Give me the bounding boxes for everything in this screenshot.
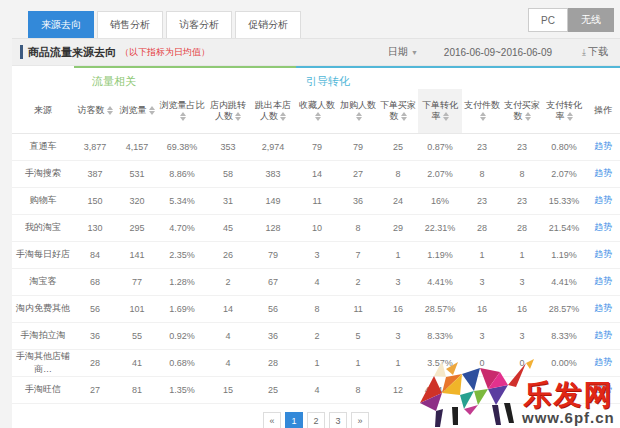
trend-link[interactable]: 趋势 (594, 384, 612, 394)
group-spacer (12, 67, 74, 89)
sort-icon[interactable] (443, 112, 449, 121)
cell-order-buyers: 3 (378, 322, 418, 349)
sort-icon[interactable] (149, 106, 155, 115)
column-header-paid-rate[interactable]: 支付转化率 (542, 89, 586, 133)
sort-icon[interactable] (401, 112, 407, 121)
cell-cart-adds: 2 (338, 268, 378, 295)
cell-paid-rate: 4.41% (542, 268, 586, 295)
column-header-pageviews[interactable]: 浏览量 (116, 89, 158, 133)
pagination: « 1 2 3 » (12, 412, 620, 428)
cell-bounce: 383 (250, 160, 296, 187)
cell-order-rate: 8.33% (418, 322, 462, 349)
column-header-visitors[interactable]: 访客数 (74, 89, 116, 133)
sort-icon[interactable] (356, 112, 362, 121)
pagination-next[interactable]: » (351, 412, 369, 428)
trend-link[interactable]: 趋势 (594, 330, 612, 340)
pagination-page-3[interactable]: 3 (329, 412, 347, 428)
cell-order-rate: 28.57% (418, 295, 462, 322)
cell-source: 手淘搜索 (12, 160, 74, 187)
group-action-spacer (586, 67, 620, 89)
cell-pv-ratio: 0.92% (158, 322, 206, 349)
cell-order-buyers: 25 (378, 133, 418, 160)
cell-paid-items: 8 (462, 160, 502, 187)
trend-link[interactable]: 趋势 (594, 303, 612, 313)
sort-icon[interactable] (525, 112, 531, 121)
column-header-cart-adds[interactable]: 加购人数 (338, 89, 378, 133)
cell-paid-items: 28 (462, 214, 502, 241)
cell-visitors: 84 (74, 241, 116, 268)
sort-icon[interactable] (280, 112, 286, 121)
cell-action: 趋势 (586, 160, 620, 187)
trend-link[interactable]: 趋势 (594, 141, 612, 151)
cell-pv-ratio: 0.68% (158, 349, 206, 376)
column-header-bounce[interactable]: 跳出本店人数 (250, 89, 296, 133)
trend-link[interactable]: 趋势 (594, 357, 612, 367)
pagination-prev[interactable]: « (263, 412, 281, 428)
sort-icon[interactable] (107, 106, 113, 115)
cell-paid-buyers: 8 (502, 160, 542, 187)
date-range-value[interactable]: 2016-06-09~2016-06-09 (444, 47, 552, 58)
cell-paid-buyers: 3 (502, 322, 542, 349)
table-row: 直通车3,8774,15769.38%3532,9747979250.87%23… (12, 133, 620, 160)
trend-link[interactable]: 趋势 (594, 195, 612, 205)
cell-cart-adds: 79 (338, 133, 378, 160)
cell-order-buyers: 16 (378, 295, 418, 322)
analytics-page: 来源去向 销售分析 访客分析 促销分析 PC 无线 商品流量来源去向 （以下指标… (12, 0, 620, 428)
trend-link[interactable]: 趋势 (594, 168, 612, 178)
column-header-paid-buyers[interactable]: 支付买家数 (502, 89, 542, 133)
download-icon: ⤓ (582, 47, 586, 57)
table-row: 手淘搜索3875318.86%58383142782.07%882.07%趋势 (12, 160, 620, 187)
tab-promotion-analysis[interactable]: 促销分析 (235, 11, 301, 38)
sort-icon[interactable] (567, 112, 573, 121)
trend-link[interactable]: 趋势 (594, 249, 612, 259)
sort-icon[interactable] (315, 112, 321, 121)
group-guided-conversion: 引导转化 (296, 67, 586, 89)
traffic-table-panel: 流量相关 引导转化 来源访客数浏览量浏览量占比店内跳转人数跳出本店人数收藏人数加… (12, 66, 620, 428)
wireless-toggle-button[interactable]: 无线 (568, 8, 614, 32)
cell-paid-buyers (502, 376, 542, 403)
download-button[interactable]: ⤓下载 (582, 45, 608, 59)
column-label: 支付转化率 (546, 100, 582, 121)
column-header-store-jump[interactable]: 店内跳转人数 (206, 89, 250, 133)
cell-paid-items: 3 (462, 268, 502, 295)
pc-toggle-button[interactable]: PC (528, 8, 568, 32)
column-header-paid-items[interactable]: 支付件数 (462, 89, 502, 133)
cell-pageviews: 531 (116, 160, 158, 187)
table-row: 购物车1503205.34%3114911362416%232315.33%趋势 (12, 187, 620, 214)
pagination-page-2[interactable]: 2 (307, 412, 325, 428)
cell-bounce: 2,974 (250, 133, 296, 160)
cell-bounce: 25 (250, 376, 296, 403)
column-header-order-rate[interactable]: 下单转化率 (418, 89, 462, 133)
tab-visitor-analysis[interactable]: 访客分析 (166, 11, 232, 38)
cell-cart-adds: 5 (338, 322, 378, 349)
tab-source-destination[interactable]: 来源去向 (28, 11, 94, 38)
cell-favorites: 10 (296, 214, 338, 241)
date-dropdown[interactable]: 日期▼ (388, 45, 418, 59)
column-label: 支付买家数 (504, 100, 540, 121)
column-header-pv-ratio[interactable]: 浏览量占比 (158, 89, 206, 133)
column-header-favorites[interactable]: 收藏人数 (296, 89, 338, 133)
cell-action: 趋势 (586, 322, 620, 349)
cell-cart-adds: 1 (338, 349, 378, 376)
cell-cart-adds: 27 (338, 160, 378, 187)
sort-icon[interactable] (235, 112, 241, 121)
table-row: 手淘旺信27811.35%1525481244.44%趋势 (12, 376, 620, 403)
column-header-order-buyers[interactable]: 下单买家数 (378, 89, 418, 133)
cell-paid-items: 23 (462, 187, 502, 214)
report-header: 商品流量来源去向 （以下指标为日均值） 日期▼ 2016-06-09~2016-… (12, 38, 620, 66)
cell-order-rate: 3.57% (418, 349, 462, 376)
cell-pv-ratio: 4.70% (158, 214, 206, 241)
trend-link[interactable]: 趋势 (594, 276, 612, 286)
cell-store-jump: 58 (206, 160, 250, 187)
sort-icon[interactable] (180, 112, 186, 121)
trend-link[interactable]: 趋势 (594, 222, 612, 232)
cell-order-rate: 16% (418, 187, 462, 214)
title-accent-bar (20, 45, 23, 59)
cell-favorites: 4 (296, 268, 338, 295)
sort-icon[interactable] (480, 112, 486, 121)
cell-paid-rate: 8.33% (542, 322, 586, 349)
cell-pageviews: 295 (116, 214, 158, 241)
tab-sales-analysis[interactable]: 销售分析 (97, 11, 163, 38)
pagination-page-1[interactable]: 1 (285, 412, 303, 428)
cell-paid-items: 16 (462, 295, 502, 322)
